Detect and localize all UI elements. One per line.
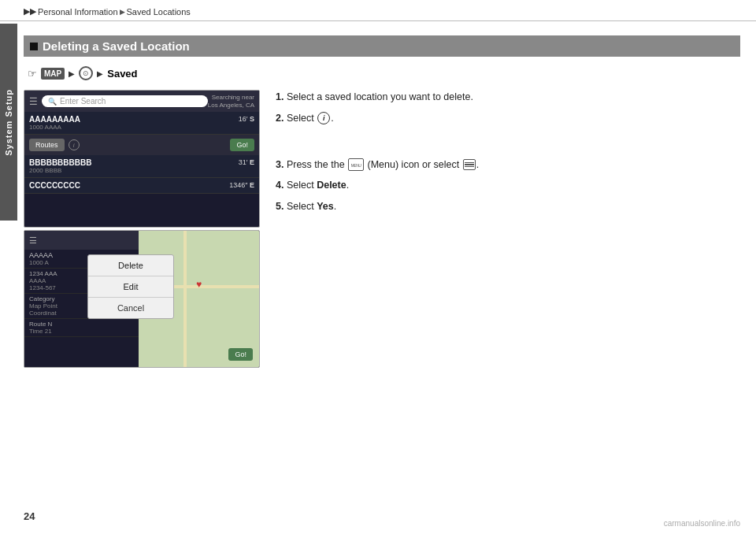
ss-bottom-menu-icon: ☰ (29, 235, 37, 246)
ss-list-item-2: 31′ E BBBBBBBBBBB 2000 BBBB (24, 155, 259, 178)
ss-bottom-header: ☰ (24, 231, 139, 250)
section-heading: Deleting a Saved Location (24, 35, 740, 57)
nav-arrow1: ▶ (69, 69, 75, 78)
watermark: carmanualsonline.info (664, 519, 740, 528)
info-icon-step2: i (317, 112, 330, 124)
breadcrumb-part1: Personal Information (38, 7, 118, 17)
ss-go-btn: Go! (230, 139, 254, 151)
ss-heart-icon: ♥ (196, 279, 202, 290)
breadcrumb-arrows: ▶▶ (24, 6, 36, 17)
ss-routes-btn: Routes (29, 139, 65, 151)
screenshot-bottom: ☰ AAAAA 1000 A 1234 AAA AAAA 1234-567 Ca… (24, 230, 260, 368)
finger-icon: ☞ (28, 68, 37, 80)
ss-down-arrow: ▼ (24, 171, 28, 187)
step-5-action: Yes (317, 201, 334, 212)
ss-info-icon: i (69, 139, 80, 150)
ss-bottom-route: Route N Time 21 (24, 319, 139, 337)
ss-bottom-down-arrow: ▼ (24, 286, 28, 302)
screenshot-top: ☰ 🔍 Enter Search Searching near Los Ange… (24, 90, 260, 228)
instruction-step-5: 5. Select Yes. (276, 199, 740, 214)
step-5-prefix: Select (287, 201, 314, 212)
breadcrumb: ▶▶ Personal Information ▶ Saved Location… (24, 6, 191, 17)
step-1-number: 1. (276, 91, 284, 102)
ss-search-placeholder: Enter Search (60, 97, 106, 106)
step-3-prefix: Press the (287, 159, 328, 170)
breadcrumb-part2: Saved Locations (127, 7, 191, 17)
nav-path: ☞ MAP ▶ ⊙ ▶ Saved (28, 66, 740, 80)
content-columns: ☰ 🔍 Enter Search Searching near Los Ange… (24, 90, 740, 370)
ss-item1-sub: 1000 AAAA (29, 124, 254, 131)
ss-overlay-menu: Delete Edit Cancel (87, 254, 174, 319)
instruction-step-2: 2. Select i. (276, 111, 740, 126)
menu-icon-text: MENU (351, 163, 361, 169)
heading-square (30, 43, 38, 50)
ss-menu-icon: ☰ (29, 96, 38, 107)
menu-small-line2 (465, 164, 474, 165)
ss-map-go-btn: Go! (228, 348, 253, 361)
map-icon: MAP (41, 68, 65, 80)
ss-cancel-item: Cancel (88, 298, 173, 318)
ss-location-text: Los Angeles, CA (208, 102, 254, 109)
step-2-number: 2. (276, 113, 284, 124)
instruction-step-1: 1. Select a saved location you want to d… (276, 90, 740, 105)
ss-searching-text: Searching near (208, 94, 254, 102)
step-4-number: 4. (276, 180, 284, 191)
breadcrumb-divider (0, 20, 756, 21)
section-title: Deleting a Saved Location (43, 39, 190, 53)
page-number: 24 (24, 510, 35, 522)
ss-item2-sub: 2000 BBBB (29, 167, 254, 174)
map-road-v (183, 231, 187, 367)
ss-searching-near: Searching near Los Angeles, CA (208, 94, 254, 109)
ss-search-box: 🔍 Enter Search (42, 95, 208, 107)
ss-delete-item: Delete (88, 255, 173, 276)
nav-circle-icon: ⊙ (79, 66, 93, 80)
menu-small-line3 (465, 166, 474, 168)
step-4-action: Delete (317, 180, 346, 191)
ss-search-icon: 🔍 (48, 98, 57, 106)
breadcrumb-arrow: ▶ (120, 8, 125, 16)
step-1-text: Select a saved location you want to dele… (287, 91, 473, 102)
ss-route-label: Route N (29, 321, 134, 328)
ss-item1-name: AAAAAAAAA (29, 115, 254, 124)
instruction-step-3: 3. Press the the MENU (Menu) icon or sel… (276, 158, 740, 172)
menu-small-line1 (465, 162, 474, 164)
step-5-number: 5. (276, 201, 284, 212)
ss-list-wrapper: ▼ 31′ E BBBBBBBBBBB 2000 BBBB 1346″ E (24, 155, 259, 194)
sidebar-tab: System Setup (0, 24, 17, 221)
ss-item2-dist: 31′ E (239, 158, 254, 166)
nav-saved-label: Saved (107, 68, 137, 80)
ss-list-item-3: 1346″ E CCCCCCCCC (24, 178, 259, 194)
step-4-prefix: Select (287, 180, 314, 191)
ss-edit-item: Edit (88, 276, 173, 298)
ss-item1-dist: 16′ S (239, 115, 254, 123)
ss-routes-row: Routes i Go! (24, 135, 259, 155)
ss-item3-dist: 1346″ E (229, 181, 254, 189)
screenshots-column: ☰ 🔍 Enter Search Searching near Los Ange… (24, 90, 260, 370)
main-content: Deleting a Saved Location ☞ MAP ▶ ⊙ ▶ Sa… (24, 24, 740, 510)
ss-search-header: ☰ 🔍 Enter Search Searching near Los Ange… (24, 91, 259, 112)
sidebar-label: System Setup (4, 89, 13, 156)
step-2-prefix: Select (287, 113, 314, 124)
ss-item3-name: CCCCCCCCC (29, 181, 254, 190)
nav-arrow2: ▶ (97, 69, 103, 78)
step-3-menu-label: (Menu) icon or select (368, 159, 460, 170)
ss-list-item-1: 16′ S AAAAAAAAA 1000 AAAA (24, 112, 259, 135)
step-3-number: 3. (276, 159, 284, 170)
ss-item2-name: BBBBBBBBBBB (29, 158, 254, 167)
instructions-column: 1. Select a saved location you want to d… (276, 90, 740, 370)
ss-time-label: Time 21 (29, 328, 134, 335)
menu-icon-small-step3 (463, 159, 476, 170)
instruction-step-4: 4. Select Delete. (276, 178, 740, 193)
menu-icon-step3: MENU (348, 158, 364, 171)
